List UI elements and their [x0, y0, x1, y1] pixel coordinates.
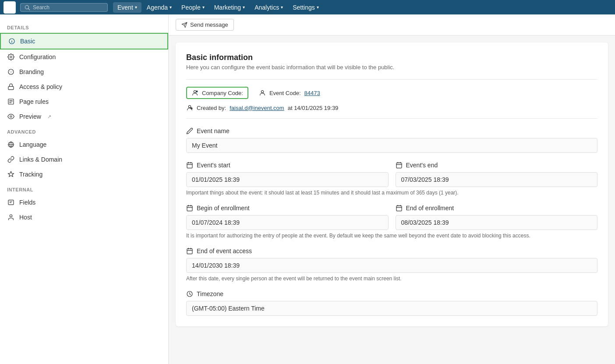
- sidebar-item-label: Page rules: [19, 98, 49, 105]
- chevron-down-icon: ▾: [317, 5, 319, 10]
- event-code-label: Event Code:: [269, 90, 301, 96]
- created-by-label: Created by:: [197, 105, 226, 111]
- dates-hint: Important things about the event: it sho…: [186, 190, 597, 196]
- timezone-input[interactable]: [186, 301, 597, 316]
- sidebar-item-label: Branding: [19, 68, 44, 75]
- end-access-section: End of event access: [186, 247, 597, 273]
- nav-agenda[interactable]: Agenda ▾: [142, 2, 176, 13]
- sidebar-item-label: Tracking: [19, 171, 42, 178]
- person-icon: [7, 213, 15, 221]
- send-message-button[interactable]: Send message: [176, 19, 234, 31]
- event-start-field: Event's start: [186, 162, 389, 187]
- event-start-input[interactable]: [186, 172, 389, 187]
- svg-point-31: [261, 91, 263, 93]
- company-code-badge: i Company Code:: [186, 87, 248, 99]
- sidebar-item-preview[interactable]: Preview ↗: [0, 109, 168, 124]
- main-content: Send message Basic information Here you …: [169, 14, 615, 364]
- created-by-row: Created by: faisal.d@inevent.com at 14/0…: [186, 104, 597, 111]
- sidebar-item-page-rules[interactable]: Page rules: [0, 94, 168, 109]
- svg-rect-36: [187, 163, 192, 168]
- event-dates-section: Event's start Event's end: [186, 162, 597, 187]
- svg-point-32: [188, 106, 191, 108]
- event-name-input[interactable]: [186, 138, 597, 153]
- sidebar-item-label: Basic: [20, 38, 35, 45]
- sidebar-item-label: Fields: [19, 199, 35, 206]
- svg-point-8: [12, 40, 12, 40]
- svg-point-25: [10, 215, 12, 217]
- link-icon: [7, 155, 15, 163]
- sidebar-item-label: Host: [19, 214, 32, 221]
- event-start-label: Event's start: [186, 162, 389, 169]
- codes-row: i Company Code: Event Code: 84473: [186, 87, 597, 99]
- sidebar-item-branding[interactable]: Branding: [0, 64, 168, 79]
- nav-analytics[interactable]: Analytics ▾: [250, 2, 287, 13]
- main-toolbar: Send message: [169, 14, 615, 35]
- timezone-label: Timezone: [186, 290, 597, 297]
- svg-rect-22: [8, 200, 14, 205]
- event-end-label: Event's end: [396, 162, 598, 169]
- external-link-icon: ↗: [47, 114, 51, 120]
- end-enrollment-input[interactable]: [396, 215, 598, 230]
- sidebar-item-tracking[interactable]: Tracking: [0, 167, 168, 182]
- basic-info-card: Basic information Here you can configure…: [176, 42, 608, 326]
- nav-marketing[interactable]: Marketing ▾: [210, 2, 249, 13]
- end-access-hint: After this date, every single person at …: [186, 276, 597, 282]
- end-access-input[interactable]: [186, 258, 597, 273]
- main-layout: DETAILS Basic Configuration Branding Acc…: [0, 14, 615, 364]
- gear-icon: [7, 53, 15, 61]
- sidebar-item-fields[interactable]: Fields: [0, 195, 168, 210]
- chevron-down-icon: ▾: [135, 5, 137, 10]
- svg-point-19: [10, 116, 12, 117]
- sidebar-item-links-domain[interactable]: Links & Domain: [0, 152, 168, 167]
- begin-enrollment-input[interactable]: [186, 215, 389, 230]
- svg-rect-2: [7, 7, 9, 10]
- svg-point-13: [11, 72, 11, 73]
- nav-people[interactable]: People ▾: [177, 2, 209, 13]
- svg-point-12: [11, 71, 12, 71]
- chevron-down-icon: ▾: [202, 5, 205, 10]
- end-enrollment-field: End of enrollment: [396, 205, 598, 230]
- sidebar-item-language[interactable]: Language: [0, 137, 168, 152]
- svg-rect-3: [10, 7, 13, 10]
- sidebar-item-label: Access & policy: [19, 83, 62, 90]
- timezone-section: Timezone: [186, 290, 597, 316]
- sidebar-item-label: Links & Domain: [19, 156, 62, 163]
- content-area: Basic information Here you can configure…: [169, 35, 615, 333]
- begin-enrollment-field: Begin of enrollment: [186, 205, 389, 230]
- end-access-label: End of event access: [186, 247, 597, 254]
- sidebar-item-basic[interactable]: Basic: [0, 33, 168, 49]
- event-code-value[interactable]: 84473: [304, 90, 320, 96]
- card-divider: [186, 79, 597, 80]
- event-name-section: Event name: [186, 127, 597, 153]
- svg-rect-52: [187, 249, 192, 254]
- svg-rect-40: [396, 163, 402, 168]
- globe-icon: [7, 141, 15, 148]
- nav-event[interactable]: Event ▾: [113, 2, 141, 13]
- event-end-field: Event's end: [396, 162, 598, 187]
- event-end-input[interactable]: [396, 172, 598, 187]
- svg-point-28: [194, 91, 196, 93]
- card-subtitle: Here you can configure the event basic i…: [186, 64, 597, 71]
- nav-items: Event ▾ Agenda ▾ People ▾ Marketing ▾ An…: [113, 2, 323, 13]
- sidebar-section-internal: INTERNAL: [0, 182, 168, 195]
- eye-icon: [7, 113, 15, 120]
- company-code-label: Company Code:: [202, 90, 243, 96]
- sidebar-section-details: DETAILS: [0, 20, 168, 33]
- search-box[interactable]: Search: [20, 3, 108, 12]
- created-by-email[interactable]: faisal.d@inevent.com: [230, 105, 284, 111]
- begin-enrollment-label: Begin of enrollment: [186, 205, 389, 212]
- sidebar-item-host[interactable]: Host: [0, 210, 168, 225]
- nav-settings[interactable]: Settings ▾: [288, 2, 323, 13]
- svg-point-10: [8, 69, 14, 74]
- sidebar-section-advanced: ADVANCED: [0, 124, 168, 137]
- app-logo[interactable]: [4, 1, 16, 14]
- chevron-down-icon: ▾: [243, 5, 245, 10]
- search-placeholder: Search: [33, 4, 49, 11]
- svg-point-11: [10, 71, 10, 71]
- sidebar-item-configuration[interactable]: Configuration: [0, 49, 168, 64]
- sidebar-item-access-policy[interactable]: Access & policy: [0, 79, 168, 94]
- fields-icon: [7, 198, 15, 206]
- sidebar-item-label: Preview: [19, 113, 41, 120]
- event-code-badge: Event Code: 84473: [259, 88, 320, 98]
- top-navigation: Search Event ▾ Agenda ▾ People ▾ Marketi…: [0, 0, 615, 14]
